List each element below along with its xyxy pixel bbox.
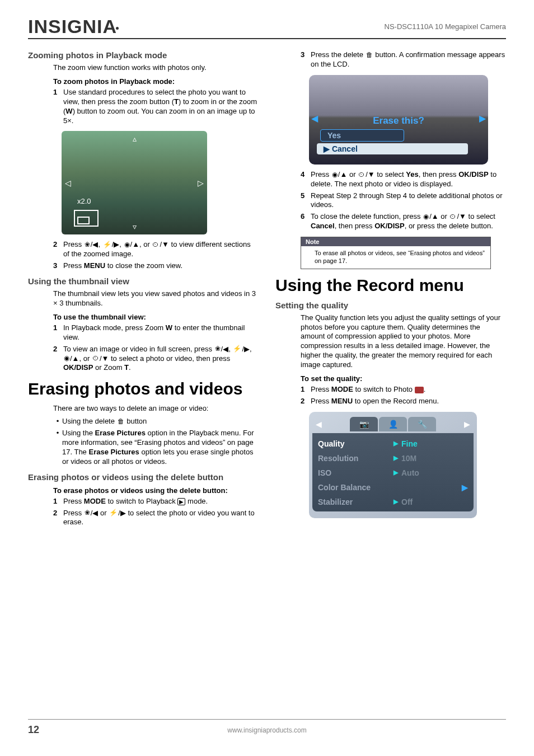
figure-zoomed-playback: ▵ ◁ ▷ ▿ x2.0 (62, 131, 207, 234)
step-text: Press MODE to switch to Photo . (311, 385, 506, 395)
footer-url: www.insigniaproducts.com (28, 726, 506, 734)
step-text: Press MODE to switch to Playback ▶ mode. (63, 497, 259, 506)
header-divider (28, 38, 506, 39)
step-number: 1 (53, 88, 63, 126)
timer-icon: ⏲ (449, 213, 457, 222)
scene-icon: ◉ (63, 354, 70, 363)
menu-row-label: Color Balance (318, 483, 394, 492)
trash-icon: 🗑 (117, 417, 125, 426)
step-number: 4 (301, 170, 311, 189)
note-header: Note (301, 237, 490, 246)
macro-icon: ❀ (214, 345, 221, 354)
step-text: Press the delete 🗑 button. A confirmatio… (311, 50, 506, 69)
menu-row-label: Quality (318, 439, 394, 448)
step-text: Repeat Step 2 through Step 4 to delete a… (311, 191, 506, 210)
step-number: 2 (53, 240, 63, 259)
timer-icon: ⏲ (92, 354, 100, 363)
heading-thumbnail-view: Using the thumbnail view (28, 276, 259, 286)
tab-camera: 📷 (350, 417, 378, 431)
menu-row-label: ISO (318, 468, 394, 477)
option-cancel: ▶ Cancel (317, 143, 468, 154)
heading-erasing: Erasing photos and videos (28, 379, 259, 398)
arrow-right-icon: ▷ (198, 179, 204, 187)
menu-row-value: 10M (401, 454, 416, 463)
brand-logo: INSIGNIA (28, 16, 119, 37)
caret-right-icon: ▶ (394, 469, 401, 476)
option-yes: Yes (320, 129, 404, 142)
step-text: To close the delete function, press ◉/▲ … (311, 212, 506, 231)
note-body: To erase all photos or videos, see “Eras… (301, 246, 490, 269)
step-text: Press ◉/▲ or ⏲/▼ to select Yes, then pre… (311, 170, 506, 189)
step-text: Press MENU to close the zoom view. (63, 261, 259, 271)
step-number: 2 (301, 397, 311, 406)
heading-record-menu: Using the Record menu (275, 276, 506, 295)
flash-icon: ⚡ (102, 241, 112, 250)
caret-right-icon: ▶ (394, 454, 401, 462)
step-number: 6 (301, 212, 311, 231)
step-text: In Playback mode, press Zoom W to enter … (63, 323, 259, 342)
portrait-icon: 👤 (388, 420, 398, 429)
macro-icon: ❀ (84, 241, 91, 250)
step-text: Use standard procedures to select the ph… (63, 88, 259, 126)
macro-icon: ❀ (84, 509, 91, 518)
caret-right-icon: ▶ (394, 440, 401, 447)
tab-tools: 🔧 (408, 417, 436, 431)
step-number: 3 (53, 261, 63, 271)
bullet-dot: • (53, 429, 62, 467)
navigator-viewport (77, 217, 90, 224)
bullet-text: Using the delete 🗑 button (62, 417, 259, 426)
right-column: 3 Press the delete 🗑 button. A confirmat… (275, 50, 506, 717)
figure-record-menu: ◀ 📷 👤 🔧 ▶ Quality▶FineResolution▶10MISO▶… (309, 412, 477, 518)
step-number: 2 (53, 345, 63, 373)
text-quality-intro: The Quality function lets you adjust the… (301, 313, 506, 370)
erase-prompt-text: Erase this? (309, 115, 488, 126)
step-text: Press ❀/◀ or ⚡/▶ to select the photo or … (63, 509, 259, 528)
caret-right-icon: ▶ (394, 498, 401, 505)
arrow-down-icon: ▿ (133, 222, 137, 231)
bullet-text: Using the Erase Pictures option in the P… (62, 429, 259, 467)
lead-erase-button: To erase photos or videos using the dele… (53, 486, 259, 495)
text-thumb-intro: The thumbnail view lets you view saved p… (53, 289, 259, 308)
step-text: Press ❀/◀, ⚡/▶, ◉/▲, or ⏲/▼ to view diff… (63, 240, 259, 259)
photo-mode-icon (415, 387, 424, 393)
step-number: 1 (301, 385, 311, 395)
camera-icon: 📷 (359, 420, 369, 429)
heading-erase-button: Erasing photos or videos using the delet… (28, 472, 259, 482)
product-name: NS-DSC1110A 10 Megapixel Camera (385, 22, 507, 31)
bullet-dot: • (53, 417, 62, 426)
step-number: 1 (53, 323, 63, 342)
figure-erase-prompt: ◀ ▶ Erase this? Yes ▶ Cancel (309, 75, 488, 165)
arrow-left-icon: ◁ (65, 179, 71, 187)
lead-set-quality: To set the quality: (301, 374, 506, 383)
scene-icon: ◉ (331, 171, 338, 180)
note-box: Note To erase all photos or videos, see … (301, 237, 491, 269)
step-number: 5 (301, 191, 311, 210)
timer-icon: ⏲ (358, 171, 366, 180)
menu-row: Resolution▶10M (318, 451, 468, 466)
step-text: To view an image or video in full screen… (63, 345, 259, 373)
tab-next-icon: ▶ (464, 420, 470, 429)
menu-row-label: Stabilizer (318, 497, 394, 506)
step-number: 1 (53, 497, 63, 506)
arrow-up-icon: ▵ (133, 134, 137, 143)
menu-row-label: Resolution (318, 454, 394, 463)
menu-row: Stabilizer▶Off (318, 495, 468, 509)
left-column: Zooming photos in Playback mode The zoom… (28, 50, 259, 717)
playback-mode-icon: ▶ (177, 498, 185, 505)
tab-portrait: 👤 (379, 417, 407, 431)
flash-icon: ⚡ (232, 345, 242, 354)
trash-icon: 🗑 (366, 51, 373, 60)
step-text: Press MENU to open the Record menu. (311, 397, 506, 406)
menu-row: ISO▶Auto (318, 466, 468, 480)
submenu-arrow-icon: ▶ (462, 483, 468, 492)
step-number: 3 (301, 50, 311, 69)
zoom-level-label: x2.0 (77, 197, 91, 205)
step-number: 2 (53, 509, 63, 528)
menu-row: Color Balance▶ (318, 480, 468, 495)
menu-row-value: Fine (401, 439, 418, 448)
lead-thumbnail-procedure: To use the thumbnail view: (53, 313, 259, 321)
flash-icon: ⚡ (109, 509, 118, 518)
text-zoom-intro: The zoom view function works with photos… (53, 63, 259, 73)
heading-zoom-playback: Zooming photos in Playback mode (28, 50, 259, 60)
menu-row: Quality▶Fine (318, 436, 468, 451)
